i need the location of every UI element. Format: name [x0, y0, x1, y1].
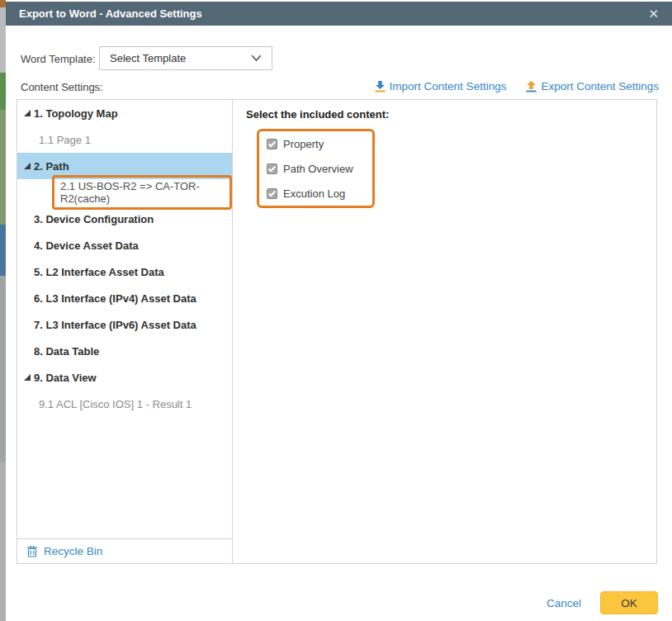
export-link-label: Export Content Settings — [541, 80, 659, 92]
dialog-footer: Cancel OK — [540, 591, 658, 614]
checkbox-checked-icon[interactable] — [267, 188, 277, 199]
tree-item-label: 5. L2 Interface Asset Data — [34, 266, 164, 278]
tree-item-label: 1. Topology Map — [34, 107, 118, 120]
tree-item-label: 4. Device Asset Data — [34, 239, 139, 252]
tree-item-label: 3. Device Configuration — [34, 213, 154, 225]
checkbox-row-property[interactable]: Property — [267, 131, 372, 156]
expand-caret-icon[interactable] — [24, 110, 31, 116]
included-content-heading: Select the included content: — [246, 108, 389, 121]
checkbox-label: Path Overview — [283, 163, 353, 175]
tree-item-data-table[interactable]: 8. Data Table — [17, 338, 232, 364]
recycle-bin-label: Recycle Bin — [44, 545, 102, 557]
trash-icon — [26, 545, 38, 557]
chapter-tree-pane: 1. Topology Map 1.1 Page 1 2. Path 2.1 U… — [17, 100, 233, 563]
checkbox-label: Excution Log — [283, 187, 345, 200]
export-upload-icon — [526, 81, 537, 92]
expand-caret-icon[interactable] — [24, 374, 31, 381]
dialog-titlebar: Export to Word - Advanced Settings ✕ — [6, 2, 672, 26]
import-content-settings-link[interactable]: Import Content Settings — [375, 80, 507, 92]
chevron-down-icon — [251, 55, 262, 62]
annotation-highlight-box: Property Path Overview Excution Log — [257, 129, 375, 208]
cancel-button[interactable]: Cancel — [540, 592, 588, 614]
template-select[interactable]: Select Template — [99, 46, 272, 70]
tree-item-label: 1.1 Page 1 — [39, 134, 91, 146]
tree-item-device-asset-data[interactable]: 4. Device Asset Data — [17, 232, 232, 258]
checkbox-label: Property — [283, 138, 324, 150]
tree-item-acl-result[interactable]: 9.1 ACL [Cisco IOS] 1 - Result 1 — [17, 391, 232, 417]
tree-item-l3-ipv4-asset-data[interactable]: 6. L3 Interface (IPv4) Asset Data — [17, 285, 232, 311]
import-download-icon — [375, 81, 386, 92]
tree-item-label: 9. Data View — [34, 372, 97, 384]
settings-links: Import Content Settings Export Content S… — [375, 80, 659, 92]
tree-item-data-view[interactable]: 9. Data View — [17, 364, 232, 391]
checkbox-checked-icon[interactable] — [267, 139, 277, 149]
tree-item-path-result[interactable]: 2.1 US-BOS-R2 => CA-TOR-R2(cache) — [17, 179, 232, 206]
tree-item-label: 8. Data Table — [34, 345, 99, 358]
tree-item-l3-ipv6-asset-data[interactable]: 7. L3 Interface (IPv6) Asset Data — [17, 311, 232, 338]
expand-caret-icon[interactable] — [24, 163, 31, 169]
tree-item-label: 6. L3 Interface (IPv4) Asset Data — [34, 292, 196, 305]
close-icon[interactable]: ✕ — [648, 7, 659, 21]
annotation-highlight-box: 2.1 US-BOS-R2 => CA-TOR-R2(cache) — [52, 175, 232, 210]
recycle-bin[interactable]: Recycle Bin — [17, 538, 232, 563]
included-content-pane: Select the included content: Property Pa… — [233, 100, 656, 563]
dialog-title: Export to Word - Advanced Settings — [19, 7, 202, 20]
background-page-sliver — [0, 0, 6, 621]
tree-item-label: 7. L3 Interface (IPv6) Asset Data — [34, 319, 196, 331]
import-link-label: Import Content Settings — [390, 80, 507, 92]
template-select-value: Select Template — [110, 52, 186, 64]
export-content-settings-link[interactable]: Export Content Settings — [526, 80, 659, 92]
ok-button[interactable]: OK — [600, 591, 658, 614]
content-settings-panels: 1. Topology Map 1.1 Page 1 2. Path 2.1 U… — [17, 99, 657, 564]
checkbox-row-path-overview[interactable]: Path Overview — [267, 156, 372, 181]
tree-item-label: 2.1 US-BOS-R2 => CA-TOR-R2(cache) — [60, 180, 200, 205]
tree-item-l2-interface-asset-data[interactable]: 5. L2 Interface Asset Data — [17, 258, 232, 285]
checkbox-checked-icon[interactable] — [267, 164, 277, 174]
tree-item-label: 2. Path — [34, 160, 69, 173]
word-template-label: Word Template: — [21, 53, 96, 65]
tree-item-label: 9.1 ACL [Cisco IOS] 1 - Result 1 — [39, 398, 192, 410]
tree-item-topology-map[interactable]: 1. Topology Map — [17, 100, 232, 126]
tree-item-page-1[interactable]: 1.1 Page 1 — [17, 126, 232, 153]
checkbox-row-excution-log[interactable]: Excution Log — [267, 181, 372, 206]
content-settings-label: Content Settings: — [21, 81, 103, 93]
export-to-word-dialog: Export to Word - Advanced Settings ✕ Wor… — [6, 0, 672, 621]
